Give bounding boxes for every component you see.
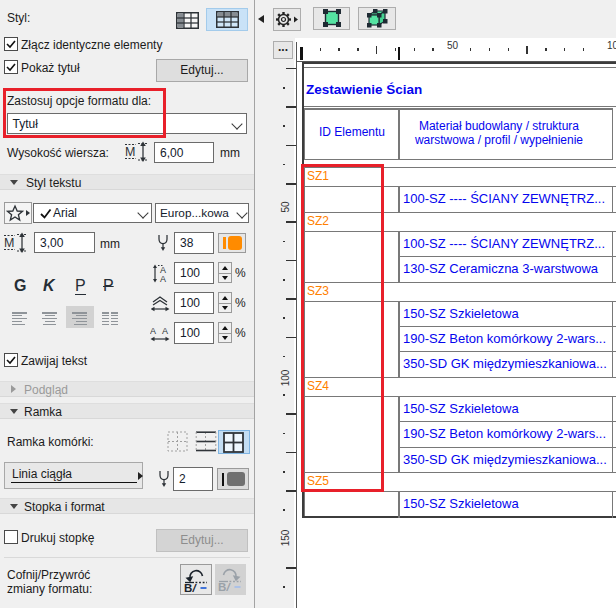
svg-text:/: /: [226, 581, 232, 593]
svg-text:B: B: [218, 581, 226, 593]
svg-text:A: A: [160, 274, 166, 283]
svg-text:M: M: [4, 236, 14, 250]
svg-text:A: A: [150, 326, 156, 336]
svg-text:B: B: [184, 582, 192, 594]
svg-text:/: /: [192, 582, 198, 594]
svg-text:A: A: [162, 326, 168, 336]
svg-text:M: M: [125, 145, 135, 159]
